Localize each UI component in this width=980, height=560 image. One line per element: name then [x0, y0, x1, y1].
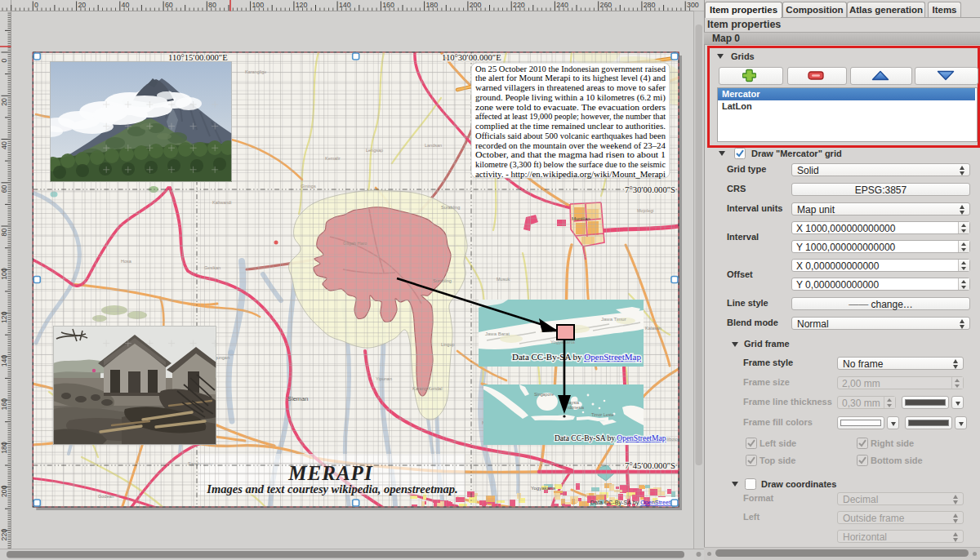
svg-text:Officials said about 500 volca: Officials said about 500 volcanic earthq…: [475, 131, 666, 140]
svg-text:200: 200: [470, 1, 482, 9]
svg-text:180: 180: [425, 1, 438, 9]
svg-text:20: 20: [78, 1, 86, 9]
svg-text:60: 60: [0, 184, 8, 193]
svg-text:160: 160: [382, 1, 394, 9]
svg-text:7°30′00.000″S: 7°30′00.000″S: [625, 185, 675, 194]
svg-text:200: 200: [0, 485, 8, 497]
svg-text:120: 120: [296, 1, 308, 9]
svg-text:the alert for Mount Merapi to: the alert for Mount Merapi to its highes…: [475, 73, 666, 83]
svg-text:120: 120: [0, 311, 8, 323]
svg-text:20: 20: [0, 98, 8, 106]
svg-text:complied at the time remained: complied at the time remained unclear to…: [475, 122, 666, 131]
svg-text:Data CC-By-SA by OpenStreetMap: Data CC-By-SA by OpenStreetMap: [555, 434, 666, 442]
svg-text:Indonesia: Indonesia: [565, 405, 584, 410]
svg-text:40: 40: [0, 141, 8, 149]
svg-text:warned villagers in threatened: warned villagers in threatened areas to …: [475, 83, 666, 92]
svg-text:160: 160: [0, 398, 8, 411]
svg-text:Images and text courtesy wikip: Images and text courtesy wikipedia, open…: [206, 482, 457, 496]
svg-text:80: 80: [0, 229, 8, 237]
svg-text:40: 40: [122, 1, 130, 9]
svg-text:100: 100: [252, 1, 264, 9]
svg-text:ground. People living within a: ground. People living within a 10 kilome…: [475, 93, 666, 103]
svg-text:260: 260: [600, 1, 612, 9]
svg-text:0: 0: [0, 59, 8, 63]
svg-text:activity. - http://en.wikipedi: activity. - http://en.wikipedia.org/wiki…: [475, 170, 666, 179]
svg-text:On 25 October 2010 the Indones: On 25 October 2010 the Indonesian govern…: [475, 64, 666, 73]
svg-text:110°15′00.000″E: 110°15′00.000″E: [168, 53, 228, 62]
svg-text:affected at least 19,000 peopl: affected at least 19,000 people; however…: [475, 112, 666, 121]
svg-text:kilometre (3,300 ft) below the: kilometre (3,300 ft) below the surface d…: [475, 160, 666, 170]
svg-text:220: 220: [0, 529, 8, 541]
svg-text:0: 0: [34, 1, 38, 9]
svg-text:Data CC-By-SA by OpenStreetM: Data CC-By-SA by OpenStreetM: [590, 499, 675, 506]
svg-text:110°30′00.000″E: 110°30′00.000″E: [442, 53, 501, 62]
svg-text:100: 100: [0, 268, 8, 280]
svg-text:240: 240: [556, 1, 568, 9]
svg-text:Singapore: Singapore: [534, 392, 554, 397]
svg-text:220: 220: [513, 1, 525, 9]
svg-text:280: 280: [644, 1, 656, 9]
svg-text:80: 80: [208, 1, 216, 9]
svg-text:Jawa Barat: Jawa Barat: [485, 331, 510, 336]
svg-text:October, and that the magma ha: October, and that the magma had risen to…: [475, 150, 666, 159]
svg-text:7°45′00.000″S: 7°45′00.000″S: [625, 461, 675, 470]
svg-text:300: 300: [687, 1, 699, 9]
svg-text:Jawa Timur: Jawa Timur: [601, 317, 626, 322]
svg-text:recorded on the mountain over: recorded on the mountain over the weeken…: [475, 141, 666, 150]
svg-text:140: 140: [339, 1, 351, 9]
svg-text:zone were told to evacuate. Th: zone were told to evacuate. The evacuati…: [475, 103, 666, 112]
svg-text:Timor Leste: Timor Leste: [591, 412, 614, 417]
svg-text:60: 60: [165, 1, 173, 9]
svg-text:180: 180: [0, 442, 8, 454]
svg-text:140: 140: [0, 355, 8, 367]
svg-text:Data CC-By-SA by OpenStreetMap: Data CC-By-SA by OpenStreetMap: [512, 352, 641, 362]
svg-text:MERAPI: MERAPI: [287, 462, 373, 484]
